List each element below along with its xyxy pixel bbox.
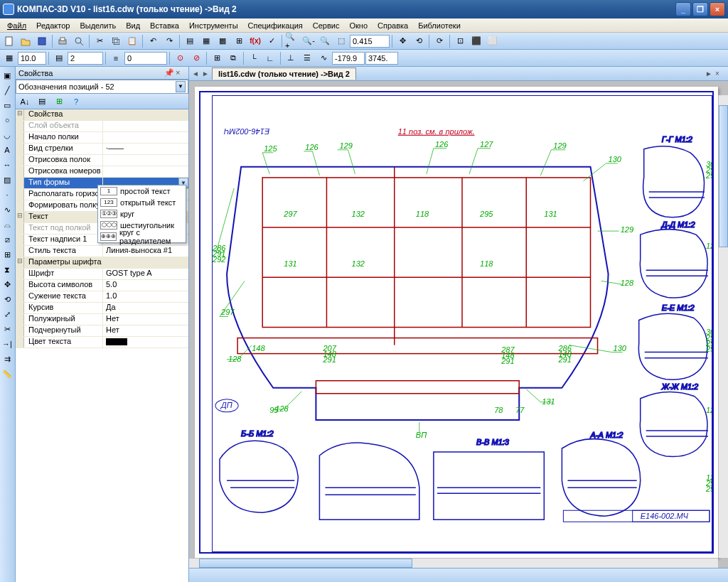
menu-service[interactable]: Сервис — [309, 20, 344, 31]
panel-close-button[interactable]: × — [176, 68, 186, 78]
tool-offset[interactable]: ⇉ — [0, 352, 14, 366]
prop-row[interactable]: ПодчеркнутыйНет — [16, 325, 188, 337]
menu-select[interactable]: Выделить — [75, 20, 120, 31]
tool-text[interactable]: A — [0, 143, 14, 157]
tool-fillet[interactable]: ⌓ — [0, 217, 14, 232]
dropdown-item[interactable]: 123открытый текст — [98, 197, 186, 208]
prop-row[interactable]: Вид стрелки·—— — [16, 144, 188, 155]
tool-scale[interactable]: ⤢ — [0, 307, 14, 321]
menu-help[interactable]: Справка — [373, 20, 412, 31]
redraw-button[interactable]: ⟳ — [432, 34, 447, 48]
menu-spec[interactable]: Спецификация — [244, 20, 307, 31]
zoom-window-button[interactable]: ⬚ — [333, 34, 349, 48]
maximize-button[interactable]: ❐ — [692, 2, 708, 16]
tool-mirror[interactable]: ⧗ — [0, 262, 14, 276]
menu-view[interactable]: Вид — [122, 20, 144, 31]
drawing-canvas[interactable]: E146-002МЧ 11 поз. см. в прилож. — [189, 81, 728, 568]
tb-btn-g[interactable]: ⬛ — [469, 34, 484, 48]
copy-button[interactable]: ⿻ — [108, 34, 124, 48]
tool-select[interactable]: ▣ — [0, 68, 14, 82]
tb-btn-b[interactable]: ▦ — [198, 34, 214, 48]
prop-cat-button[interactable]: ▤ — [34, 95, 50, 109]
tb-btn-h[interactable]: ⬜ — [485, 34, 500, 48]
cut-button[interactable]: ✂ — [92, 34, 107, 48]
prop-row[interactable]: ШрифтGOST type A — [16, 269, 188, 280]
dropdown-item[interactable]: ⊕⊕⊕круг с разделителем — [98, 231, 186, 242]
tab-prev[interactable]: ◄ — [192, 70, 202, 77]
prop-row[interactable]: Цвет текста — [16, 337, 188, 348]
layer-field[interactable] — [68, 52, 103, 65]
tb2-g[interactable]: ∿ — [316, 51, 331, 65]
print-button[interactable] — [55, 34, 70, 48]
tool-trim[interactable]: ✂ — [0, 322, 14, 336]
dropdown-item[interactable]: ①②③круг — [98, 208, 186, 220]
rotate-button[interactable]: ⟲ — [411, 34, 427, 48]
close-button[interactable]: × — [710, 2, 725, 16]
zoom-field[interactable] — [350, 35, 390, 48]
tool-dim[interactable]: ↔ — [0, 158, 14, 172]
grid-button[interactable]: ▦ — [1, 51, 17, 65]
preview-button[interactable] — [71, 34, 87, 48]
coord-y-field[interactable] — [365, 52, 398, 65]
tool-extend[interactable]: →| — [0, 337, 14, 351]
menu-editor[interactable]: Редактор — [32, 20, 74, 31]
zoom-in-button[interactable]: 🔍+ — [284, 34, 300, 48]
form-type-dropdown[interactable]: 1простой текст 123открытый текст ①②③круг… — [97, 185, 186, 243]
dropdown-item[interactable]: 1простой текст — [98, 185, 186, 197]
menu-libs[interactable]: Библиотеки — [414, 20, 465, 31]
menu-file[interactable]: Файл — [3, 20, 31, 31]
paste-button[interactable]: 📋 — [124, 34, 140, 48]
tb2-d[interactable]: ∟ — [262, 51, 278, 65]
selection-combo[interactable]: Обозначения позиций - 52 ▼ — [16, 80, 188, 94]
prop-row[interactable]: Сужение текста1.0 — [16, 291, 188, 303]
prop-tree-button[interactable]: ⊞ — [51, 95, 67, 109]
pin-button[interactable]: 📌 — [164, 68, 174, 78]
coord-x-field[interactable] — [332, 52, 365, 65]
tb-btn-a[interactable]: ▤ — [182, 34, 198, 48]
tb2-c[interactable]: └ — [246, 51, 262, 65]
open-button[interactable] — [18, 34, 33, 48]
horizontal-scrollbar[interactable] — [189, 558, 718, 568]
redo-button[interactable]: ↷ — [161, 34, 177, 48]
prop-row[interactable]: ПолужирныйНет — [16, 314, 188, 325]
pan-button[interactable]: ✥ — [395, 34, 410, 48]
prop-row[interactable]: Высота символов5.0 — [16, 280, 188, 291]
new-button[interactable] — [1, 34, 17, 48]
tb-btn-d[interactable]: ⊞ — [231, 34, 247, 48]
minimize-button[interactable]: _ — [675, 2, 691, 16]
tool-spline[interactable]: ∿ — [0, 203, 14, 217]
tool-rect[interactable]: ▭ — [0, 98, 14, 112]
tab-next[interactable]: ► — [202, 70, 212, 77]
tool-circle[interactable]: ○ — [0, 113, 14, 127]
prop-row[interactable]: Отрисовка номеров ... — [16, 166, 188, 178]
linestyle-button[interactable]: ≡ — [108, 51, 124, 65]
tab-close[interactable]: × — [715, 70, 725, 77]
prop-row[interactable]: Слой объекта — [16, 121, 188, 132]
vertical-scrollbar[interactable] — [718, 95, 728, 558]
tool-arc[interactable]: ◡ — [0, 128, 14, 142]
linestyle-field[interactable] — [124, 52, 167, 65]
tb2-b[interactable]: ⧉ — [225, 51, 241, 65]
tool-chamfer[interactable]: ⧄ — [0, 232, 14, 247]
snap2-button[interactable]: ⊘ — [188, 51, 204, 65]
tool-hatch[interactable]: ▨ — [0, 173, 14, 187]
snap-button[interactable]: ⊙ — [172, 51, 188, 65]
save-button[interactable] — [34, 34, 50, 48]
layers-button[interactable]: ▤ — [51, 51, 67, 65]
tb2-e[interactable]: ⊥ — [283, 51, 299, 65]
prop-row[interactable]: Отрисовка полок — [16, 155, 188, 166]
menu-window[interactable]: Окно — [345, 20, 372, 31]
fn-button[interactable]: f(x) — [247, 34, 263, 48]
undo-button[interactable]: ↶ — [145, 34, 161, 48]
tab-scroll-right[interactable]: ► — [705, 70, 715, 77]
prop-row[interactable]: КурсивДа — [16, 303, 188, 314]
prop-help-button[interactable]: ? — [68, 95, 84, 109]
tb2-a[interactable]: ⊞ — [209, 51, 225, 65]
tool-move[interactable]: ✥ — [0, 277, 14, 291]
menu-tools[interactable]: Инструменты — [185, 20, 242, 31]
tool-array[interactable]: ⊞ — [0, 247, 14, 262]
tool-measure[interactable]: 📏 — [0, 367, 14, 381]
tb2-f[interactable]: ☰ — [299, 51, 315, 65]
section-text[interactable]: Текст — [24, 212, 102, 222]
section-main[interactable]: Свойства — [24, 109, 102, 120]
